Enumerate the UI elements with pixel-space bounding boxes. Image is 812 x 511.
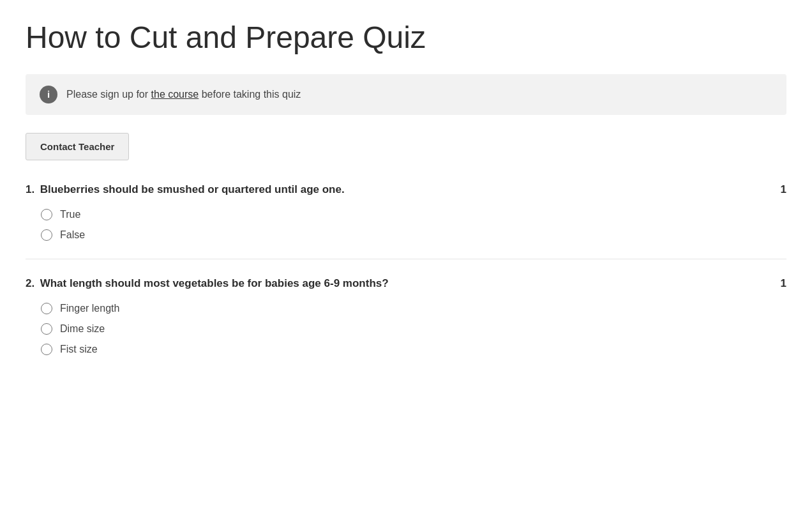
list-item: True bbox=[41, 209, 786, 220]
question-2-options: Finger length Dime size Fist size bbox=[26, 303, 786, 355]
q2-finger-radio[interactable] bbox=[41, 303, 52, 314]
q2-dime-label[interactable]: Dime size bbox=[60, 323, 105, 335]
question-1-text: 1. Blueberries should be smushed or quar… bbox=[26, 183, 345, 196]
list-item: Dime size bbox=[41, 323, 786, 335]
list-item: Finger length bbox=[41, 303, 786, 314]
q2-dime-radio[interactable] bbox=[41, 323, 52, 335]
question-divider bbox=[26, 259, 786, 259]
q2-finger-label[interactable]: Finger length bbox=[60, 303, 119, 314]
list-item: Fist size bbox=[41, 344, 786, 355]
info-icon: i bbox=[40, 86, 57, 103]
q1-true-label[interactable]: True bbox=[60, 209, 80, 220]
q1-false-label[interactable]: False bbox=[60, 229, 85, 241]
page-title: How to Cut and Prepare Quiz bbox=[26, 19, 786, 56]
q1-true-radio[interactable] bbox=[41, 209, 52, 220]
question-1-points: 1 bbox=[781, 183, 786, 196]
question-row-1: 1. Blueberries should be smushed or quar… bbox=[26, 183, 786, 196]
contact-teacher-button[interactable]: Contact Teacher bbox=[26, 133, 129, 160]
quiz-section: 1. Blueberries should be smushed or quar… bbox=[26, 183, 786, 355]
question-row-2: 2. What length should most vegetables be… bbox=[26, 277, 786, 290]
info-banner: i Please sign up for the course before t… bbox=[26, 74, 786, 115]
q2-fist-radio[interactable] bbox=[41, 344, 52, 355]
question-1-content: Blueberries should be smushed or quarter… bbox=[40, 183, 345, 195]
list-item: False bbox=[41, 229, 786, 241]
course-link[interactable]: the course bbox=[151, 89, 199, 100]
question-2-points: 1 bbox=[781, 277, 786, 290]
question-1-number: 1. bbox=[26, 183, 34, 195]
question-2-text: 2. What length should most vegetables be… bbox=[26, 277, 389, 290]
question-2-number: 2. bbox=[26, 277, 34, 289]
q2-fist-label[interactable]: Fist size bbox=[60, 344, 98, 355]
question-1-options: True False bbox=[26, 209, 786, 241]
q1-false-radio[interactable] bbox=[41, 229, 52, 241]
info-banner-text: Please sign up for the course before tak… bbox=[66, 89, 301, 100]
question-2-content: What length should most vegetables be fo… bbox=[40, 277, 389, 289]
